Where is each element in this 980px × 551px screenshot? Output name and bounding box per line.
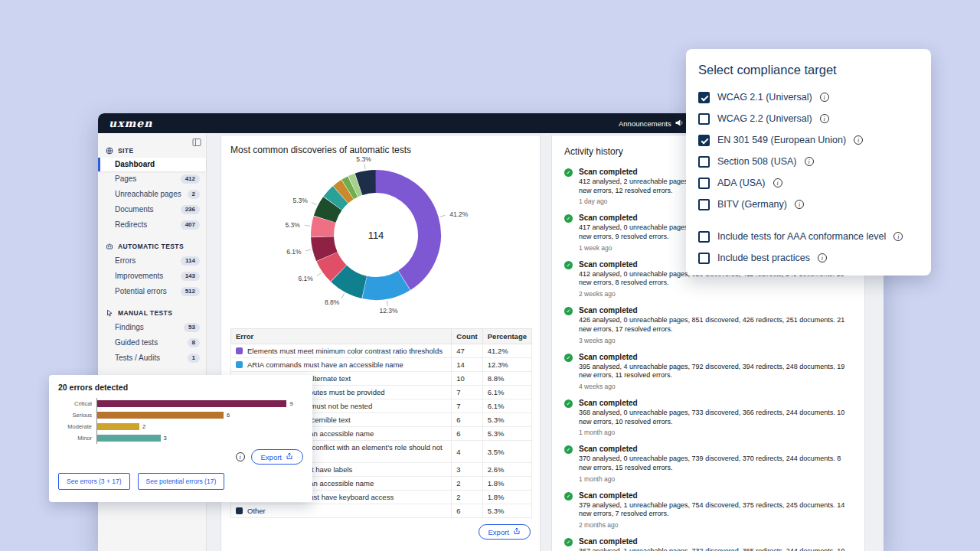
- bar-value-label: 2: [142, 423, 145, 430]
- bar-category-label: Moderate: [58, 423, 96, 430]
- svg-text:5.3%: 5.3%: [292, 197, 308, 204]
- sidebar-item-improvements[interactable]: Improvements143: [98, 269, 206, 284]
- svg-text:6.1%: 6.1%: [298, 275, 313, 282]
- sidebar-item-documents[interactable]: Documents236: [98, 202, 206, 217]
- checkbox[interactable]: [698, 156, 710, 168]
- error-name-cell: ARIA commands must have an accessible na…: [231, 358, 452, 372]
- info-icon[interactable]: i: [893, 232, 903, 241]
- error-table-row: Other65.3%: [231, 504, 532, 518]
- svg-text:8.8%: 8.8%: [325, 298, 340, 306]
- item-label: Guided tests: [115, 339, 158, 347]
- error-count-cell: 10: [452, 372, 482, 386]
- error-percentage-cell: 2.6%: [482, 463, 531, 477]
- sidebar-item-redirects[interactable]: Redirects407: [98, 217, 206, 233]
- see-errors-button[interactable]: See errors (3 + 17): [58, 473, 130, 490]
- sidebar-item-guided-tests[interactable]: Guided tests8: [98, 335, 206, 350]
- count-badge: 53: [184, 323, 200, 332]
- item-label: Errors: [115, 257, 136, 265]
- compliance-option-bitv-germany[interactable]: BITV (Germany)i: [698, 194, 919, 215]
- option-label: BITV (Germany): [717, 199, 787, 210]
- sidebar-item-findings[interactable]: Findings53: [98, 320, 206, 335]
- sidebar-item-dashboard[interactable]: Dashboard: [98, 158, 206, 171]
- bar: [97, 435, 161, 442]
- count-badge: 143: [181, 272, 200, 281]
- item-label: Dashboard: [115, 161, 155, 168]
- donut-chart: 41.2%12.3%8.8%6.1%6.1%5.3%5.3%5.3%114: [221, 155, 540, 328]
- error-percentage-cell: 6.1%: [482, 386, 531, 399]
- error-percentage-cell: 1.8%: [482, 477, 531, 491]
- error-percentage-cell: 1.8%: [482, 491, 531, 504]
- info-icon[interactable]: i: [820, 114, 829, 123]
- checkbox[interactable]: [698, 92, 710, 103]
- item-label: Documents: [115, 206, 154, 214]
- checkbox[interactable]: [698, 231, 710, 243]
- info-icon[interactable]: i: [854, 135, 863, 145]
- errors-export-button[interactable]: Export: [251, 449, 303, 465]
- activity-entry-title: Scan completed: [579, 353, 852, 361]
- check-circle-icon: ✓: [564, 307, 573, 315]
- errors-detected-card: 20 errors detected Critical 9 Serious 6 …: [49, 375, 312, 502]
- export-button[interactable]: Export: [479, 524, 531, 540]
- count-badge: 407: [181, 220, 200, 230]
- checkbox[interactable]: [698, 113, 710, 125]
- compliance-option-ada-usa[interactable]: ADA (USA)i: [698, 172, 919, 194]
- sidebar-collapse-icon[interactable]: [192, 136, 201, 150]
- check-circle-icon: ✓: [564, 492, 573, 500]
- checkbox[interactable]: [698, 178, 710, 189]
- compliance-option-section-508-usa[interactable]: Section 508 (USA)i: [698, 151, 919, 172]
- announcements-button[interactable]: Announcements: [619, 119, 684, 128]
- sidebar-section-automatic-tests: AUTOMATIC TESTS: [98, 238, 206, 253]
- error-column-header: Error: [231, 329, 452, 344]
- check-circle-icon: ✓: [564, 354, 573, 362]
- check-circle-icon: ✓: [564, 214, 573, 223]
- activity-entry-time: 3 weeks ago: [579, 337, 852, 348]
- compliance-option-wcag-2-2-universal[interactable]: WCAG 2.2 (Universal)i: [698, 108, 919, 129]
- compliance-option-en-301-549-european-union[interactable]: EN 301 549 (European Union)i: [698, 129, 919, 151]
- activity-entry-time: 4 weeks ago: [579, 383, 852, 394]
- info-icon[interactable]: i: [805, 157, 814, 166]
- error-percentage-cell: 12.3%: [482, 358, 531, 372]
- sidebar-item-tests-audits[interactable]: Tests / Audits1: [98, 350, 206, 366]
- activity-entry-time: 1 month ago: [579, 429, 852, 440]
- info-icon[interactable]: i: [236, 452, 245, 461]
- checkbox[interactable]: [698, 253, 710, 264]
- activity-entry-body: 426 analysed, 0 unreachable pages, 851 d…: [579, 316, 852, 334]
- compliance-title: Select compliance target: [698, 63, 919, 77]
- see-potential-errors-button[interactable]: See potential errors (17): [138, 473, 225, 490]
- sidebar-item-errors[interactable]: Errors114: [98, 253, 206, 269]
- info-icon[interactable]: i: [820, 93, 829, 102]
- info-icon[interactable]: i: [818, 253, 827, 262]
- errors-export-label: Export: [261, 453, 282, 461]
- activity-entry: ✓ Scan completed 426 analysed, 0 unreach…: [564, 306, 852, 347]
- svg-text:6.1%: 6.1%: [286, 248, 302, 256]
- megaphone-icon: [675, 119, 684, 128]
- svg-text:5.3%: 5.3%: [356, 155, 371, 163]
- sidebar-nav: SITEDashboardPages412Unreachable pages2D…: [98, 142, 206, 386]
- checkbox[interactable]: [698, 135, 710, 146]
- bar: [97, 400, 286, 407]
- compliance-option-include-best-practices[interactable]: Include best practicesi: [698, 247, 919, 269]
- robot-icon: [106, 243, 113, 250]
- count-badge: 512: [181, 287, 200, 296]
- sidebar-item-pages[interactable]: Pages412: [98, 171, 206, 187]
- checkbox[interactable]: [698, 199, 710, 210]
- count-badge: 114: [181, 256, 200, 266]
- sidebar-item-unreachable-pages[interactable]: Unreachable pages2: [98, 187, 206, 202]
- compliance-option-wcag-2-1-universal[interactable]: WCAG 2.1 (Universal)i: [698, 86, 919, 108]
- errors-card-title: 20 errors detected: [58, 383, 303, 392]
- compliance-option-include-tests-for-aaa-conformance-level[interactable]: Include tests for AAA conformance leveli: [698, 226, 919, 247]
- bar-category-label: Critical: [58, 400, 96, 407]
- sidebar-item-potential-errors[interactable]: Potential errors512: [98, 284, 206, 299]
- error-count-cell: 6: [452, 413, 482, 427]
- error-percentage-cell: 5.3%: [482, 427, 531, 441]
- info-icon[interactable]: i: [795, 200, 804, 209]
- activity-entry: ✓ Scan completed 370 analysed, 0 unreach…: [564, 445, 852, 486]
- main-panel-title: Most common discoveries of automatic tes…: [221, 135, 540, 155]
- error-count-cell: 7: [452, 386, 482, 399]
- compliance-options: WCAG 2.1 (Universal)iWCAG 2.2 (Universal…: [698, 86, 919, 269]
- option-label: WCAG 2.2 (Universal): [717, 113, 812, 124]
- error-percentage-cell: 3.5%: [482, 441, 531, 463]
- info-icon[interactable]: i: [773, 178, 782, 187]
- bar-value-label: 9: [289, 400, 292, 407]
- error-percentage-cell: 8.8%: [482, 372, 531, 386]
